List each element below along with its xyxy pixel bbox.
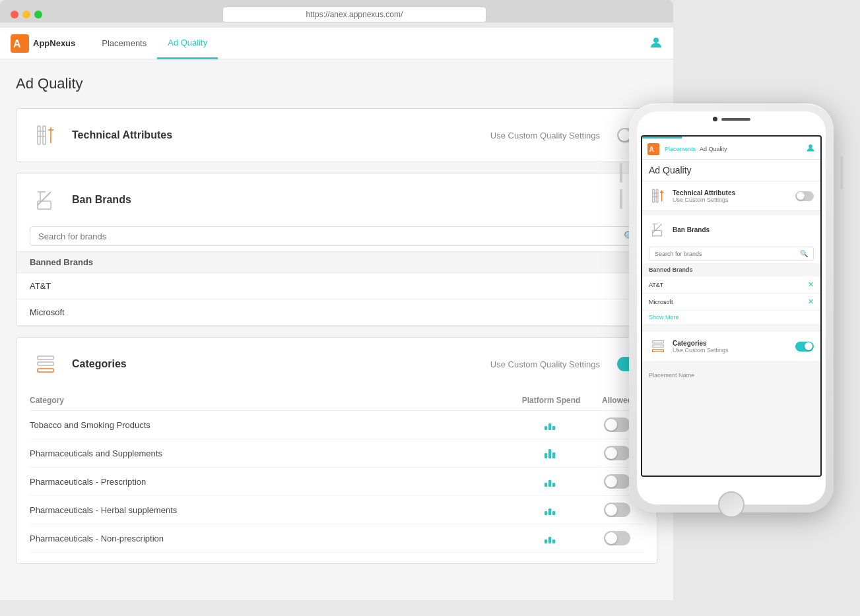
phone-search-icon: 🔍: [800, 250, 808, 257]
phone-search-bar[interactable]: 🔍: [649, 247, 814, 261]
categories-settings-label: Use Custom Quality Settings: [490, 359, 600, 369]
spend-bar-0: [545, 419, 558, 430]
ban-brands-card: Ban Brands 🔍 Banned Brands AT&T ✕ Micros…: [16, 173, 657, 326]
category-row-4: Pharmaceuticals - Non-prescription: [30, 524, 644, 553]
ban-brands-title: Ban Brands: [72, 194, 644, 206]
phone-cat-icon: [649, 337, 667, 355]
phone-screen-border: A Placements Ad Quality Ad Quality: [641, 135, 822, 477]
logo-text: AppNexus: [33, 38, 75, 48]
phone-tech-icon: [649, 187, 667, 205]
phone-logo: A: [647, 143, 659, 155]
phone-categories-card: Categories Use Custom Settings: [642, 332, 820, 361]
technical-attributes-title: Technical Attributes: [72, 129, 480, 141]
phone-banned-header: Banned Brands: [642, 263, 820, 276]
categories-title: Categories: [72, 358, 480, 370]
col-header-category: Category: [30, 396, 512, 405]
phone-show-more[interactable]: Show More: [642, 311, 820, 324]
spend-bar-1: [545, 448, 558, 458]
phone-brand-att: AT&T ✕: [642, 276, 820, 293]
phone-tech-title: Technical Attributes: [673, 189, 790, 197]
phone-tech-card-row: Technical Attributes Use Custom Settings: [642, 181, 820, 210]
col-header-spend: Platform Spend: [512, 396, 591, 405]
svg-rect-10: [38, 356, 53, 359]
categories-card: Categories Use Custom Quality Settings C…: [16, 337, 657, 564]
browser-dot-red: [11, 11, 18, 18]
categories-icon: [30, 348, 61, 380]
phone-page-title: Ad Quality: [642, 160, 820, 181]
phone-ban-brands-row: Ban Brands: [642, 215, 820, 244]
phone-home-button[interactable]: [718, 491, 744, 518]
technical-attributes-card: Technical Attributes Use Custom Quality …: [16, 108, 657, 162]
phone-speaker: [721, 118, 750, 121]
spend-bar-4: [545, 533, 558, 543]
phone-cat-title: Categories: [673, 340, 790, 347]
svg-text:A: A: [13, 38, 21, 49]
phone-nav-placements[interactable]: Placements: [665, 146, 696, 152]
svg-rect-25: [653, 350, 664, 352]
page-title: Ad Quality: [16, 75, 657, 92]
phone-remove-att[interactable]: ✕: [808, 280, 814, 289]
phone-tech-text: Technical Attributes Use Custom Settings: [673, 189, 790, 203]
svg-rect-11: [38, 362, 53, 365]
phone-user-icon[interactable]: [806, 143, 815, 154]
phone-cat-subtitle: Use Custom Settings: [673, 347, 790, 354]
svg-rect-4: [43, 126, 46, 144]
phone-tech-toggle[interactable]: [795, 191, 814, 201]
svg-rect-23: [653, 341, 664, 344]
phone-ban-icon: [649, 220, 667, 239]
svg-point-15: [809, 144, 812, 148]
category-row-0: Tobacco and Smoking Products: [30, 411, 644, 439]
technical-attributes-settings-label: Use Custom Quality Settings: [490, 131, 600, 140]
phone-search-input[interactable]: [655, 251, 800, 257]
page-content: Ad Quality Technical Attributes Use Cust…: [0, 59, 673, 600]
category-row-3: Pharmaceuticals - Herbal supplements: [30, 496, 644, 524]
category-name-4: Pharmaceuticals - Non-prescription: [30, 534, 512, 543]
phone-categories-row: Categories Use Custom Settings: [642, 332, 820, 361]
category-name-2: Pharmaceuticals - Prescription: [30, 477, 512, 487]
phone-outer: A Placements Ad Quality Ad Quality: [629, 104, 834, 512]
categories-table: Category Platform Spend Allowed Tobacco …: [17, 390, 657, 563]
phone-ban-title: Ban Brands: [673, 226, 814, 233]
brand-name-microsoft: Microsoft: [30, 307, 65, 317]
brand-row-att: AT&T ✕: [17, 273, 657, 299]
category-row-2: Pharmaceuticals - Prescription: [30, 468, 644, 496]
phone-camera: [713, 117, 717, 121]
phone-tech-card: Technical Attributes Use Custom Settings: [642, 181, 820, 211]
phone-remove-microsoft[interactable]: ✕: [808, 297, 814, 306]
spend-bar-3: [545, 505, 558, 515]
ban-brands-icon: [30, 184, 61, 216]
logo-area: A AppNexus: [11, 34, 75, 53]
category-name-3: Pharmaceuticals - Herbal supplements: [30, 505, 512, 515]
svg-rect-12: [38, 369, 53, 372]
nav-links: Placements Ad Quality: [91, 28, 218, 59]
phone-cat-toggle[interactable]: [795, 342, 814, 352]
svg-text:A: A: [649, 145, 655, 152]
svg-rect-3: [38, 126, 40, 144]
browser-dot-green: [34, 11, 42, 18]
category-row-1: Pharmaceuticals and Supplements: [30, 439, 644, 468]
phone-divider-1: [642, 210, 820, 211]
nav-placements[interactable]: Placements: [91, 28, 157, 59]
browser-dot-yellow: [22, 11, 30, 18]
spend-bar-2: [545, 476, 558, 487]
address-bar[interactable]: https://anex.appnexus.com/: [222, 7, 486, 22]
phone-nav-ad-quality[interactable]: Ad Quality: [700, 146, 727, 152]
phone-vol-down: [620, 189, 622, 209]
phone-cat-text: Categories Use Custom Settings: [673, 340, 790, 354]
brand-row-microsoft: Microsoft ✕: [17, 299, 657, 326]
phone-tech-subtitle: Use Custom Settings: [673, 197, 790, 203]
phone-side-button: [840, 156, 843, 189]
phone-mockup: A Placements Ad Quality Ad Quality: [603, 0, 860, 616]
category-name-1: Pharmaceuticals and Supplements: [30, 448, 512, 458]
nav-ad-quality[interactable]: Ad Quality: [157, 28, 218, 59]
banned-brands-header: Banned Brands: [17, 251, 657, 273]
brands-search-input[interactable]: [38, 231, 624, 241]
phone-scroll-content: Ad Quality: [642, 160, 820, 477]
appnexus-logo-icon: A: [11, 34, 29, 53]
technical-attributes-icon: [30, 119, 61, 151]
phone-placement-label: Placement Name: [642, 369, 820, 382]
svg-rect-17: [656, 189, 658, 202]
brands-search-bar[interactable]: 🔍: [30, 226, 644, 246]
phone-brand-microsoft: Microsoft ✕: [642, 293, 820, 311]
app-navbar: A AppNexus Placements Ad Quality: [0, 28, 673, 59]
